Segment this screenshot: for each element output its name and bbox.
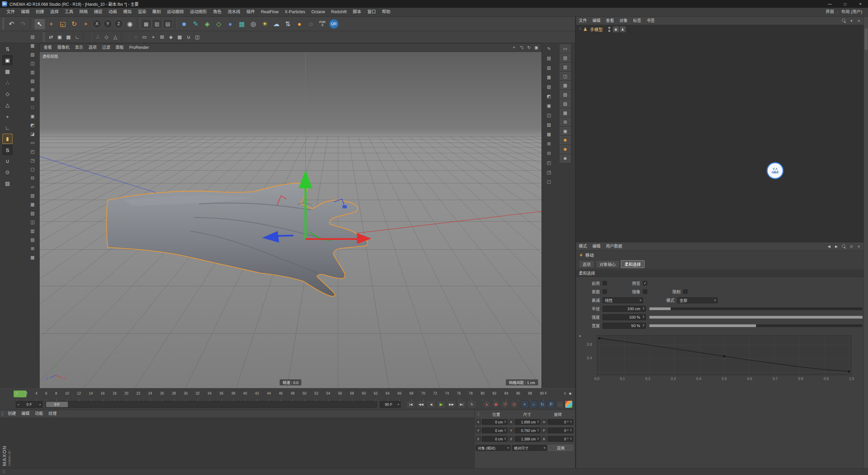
move-tool[interactable]: + — [45, 18, 57, 30]
menubar-item[interactable]: 运动跟踪 — [164, 8, 187, 16]
render-view-button[interactable]: ▦ — [141, 19, 151, 28]
viewport-menu-item[interactable]: 摄像机 — [55, 43, 72, 52]
modeling-palette-icon[interactable]: ⊞ — [28, 244, 37, 252]
menubar-item[interactable]: 脚本 — [350, 8, 364, 16]
dock-corner-icon[interactable]: ◰ — [545, 158, 553, 167]
menubar-item[interactable]: 捕捉 — [91, 8, 105, 16]
live-selection-tool[interactable]: ↖ — [34, 18, 45, 30]
modeling-palette-icon[interactable]: ▥ — [28, 68, 37, 76]
section-header[interactable]: 柔和选择 — [576, 270, 868, 277]
panel-preset-icon[interactable]: ▨ — [560, 99, 571, 108]
maximize-button[interactable]: □ — [837, 0, 853, 8]
panel-preset-icon[interactable]: ▣ — [560, 127, 571, 135]
dock-mesh-icon[interactable]: ▨ — [545, 120, 553, 129]
layout-menu[interactable]: 布局 (用户) — [838, 8, 865, 16]
mirror-button[interactable]: ◫ — [193, 33, 202, 41]
snap-toggle-icon[interactable]: S — [2, 145, 13, 155]
modeling-palette-icon[interactable]: ◪ — [28, 130, 37, 138]
panel-drag-handle[interactable] — [477, 412, 479, 416]
object-name[interactable]: 手模型 — [589, 26, 604, 33]
viewport-menu-item[interactable]: 选项 — [86, 43, 99, 52]
menubar-item[interactable]: 网格 — [76, 8, 91, 16]
viewport-menu-item[interactable]: ProRender — [126, 43, 152, 52]
recent-tool[interactable]: + — [80, 18, 92, 30]
keyframe-selection-button[interactable]: ◎ — [510, 400, 518, 408]
realflow-sphere-menu[interactable]: ● — [294, 18, 305, 30]
menubar-item[interactable]: 流水线 — [224, 8, 243, 16]
deformer-menu[interactable]: ● — [224, 18, 236, 30]
menubar-item[interactable]: 创建 — [33, 8, 47, 16]
object-manager-menu-item[interactable]: 编辑 — [590, 17, 603, 25]
lock-z-button[interactable]: Z — [114, 19, 123, 28]
modeling-palette-icon[interactable]: ▢ — [28, 165, 37, 173]
model-mode-icon[interactable]: ▣ — [2, 55, 13, 65]
rectangle-selection-button[interactable]: ▭ — [140, 33, 149, 41]
enable-axis-button[interactable]: + — [149, 33, 158, 41]
size-mode-select[interactable]: 绝对尺寸 — [512, 445, 547, 451]
minimize-button[interactable]: — — [822, 0, 837, 8]
primitive-cube-menu[interactable]: ■ — [178, 18, 190, 30]
object-row[interactable]: └ ♟ 手模型 ◉♟ — [576, 25, 868, 33]
y-axis-arrowhead[interactable] — [299, 170, 312, 188]
object-manager-menu-item[interactable]: 书签 — [644, 17, 657, 25]
dock-hat-icon[interactable]: ◩ — [545, 92, 553, 100]
object-manager-menu-item[interactable]: 标签 — [630, 17, 644, 25]
points-mode-button[interactable]: ∴ — [93, 33, 102, 41]
modeling-palette-icon[interactable]: ◰ — [28, 147, 37, 155]
panel-preset-icon[interactable]: ▦ — [560, 81, 571, 89]
end-frame-field[interactable]: 90 F — [380, 401, 401, 408]
menubar-item[interactable]: 编辑 — [18, 8, 33, 16]
attribute-manager-menu-item[interactable]: 模式 — [576, 242, 590, 251]
modeling-palette-icon[interactable]: ◫ — [28, 218, 37, 226]
parameter-slider[interactable] — [649, 307, 863, 310]
parameter-checkbox[interactable] — [643, 281, 647, 285]
timeline-ruler[interactable]: 0246810121416182022242628303234363840424… — [16, 391, 547, 399]
make-editable-icon[interactable]: ⇅ — [2, 44, 13, 54]
tab-options[interactable]: 选项 — [579, 260, 594, 268]
play-button[interactable]: ▶ — [437, 400, 446, 408]
light-menu[interactable]: ☀ — [259, 18, 271, 30]
sky-menu[interactable]: ☁ — [271, 18, 282, 30]
visibility-dots[interactable] — [608, 27, 610, 32]
position-value-field[interactable]: 0 cm — [482, 436, 508, 442]
dock-frame-icon[interactable]: ◫ — [545, 111, 553, 119]
texture-paint-icon[interactable]: ▨ — [2, 178, 13, 189]
modeling-palette-icon[interactable]: ⊞ — [28, 86, 37, 94]
modeling-palette-icon[interactable]: ▥ — [28, 227, 37, 235]
menubar-item[interactable]: 工具 — [62, 8, 76, 16]
normal-move-button[interactable]: ⊞ — [158, 33, 166, 41]
menubar-item[interactable]: Octane — [308, 8, 328, 16]
parameter-value-field[interactable]: 50 % — [603, 323, 646, 329]
subdivision-surface-menu[interactable]: ◈ — [201, 18, 213, 30]
modeling-palette-icon[interactable]: ▤ — [28, 191, 37, 200]
live-selection-mode-button[interactable]: ◌ — [131, 33, 140, 41]
panel-preset-icon[interactable]: ⊞ — [560, 118, 571, 126]
size-value-field[interactable]: 1.999 cm — [515, 419, 540, 425]
parameter-dropdown[interactable]: 全部 — [677, 297, 718, 303]
object-manager-menu-item[interactable]: 查看 — [603, 17, 617, 25]
model-mode-button[interactable]: ▣ — [55, 33, 64, 41]
viewport-zoom-icon[interactable]: ◹ — [518, 44, 525, 51]
menubar-item[interactable]: RealFlow — [258, 8, 282, 16]
rotation-value-field[interactable]: 0 ° — [548, 419, 573, 425]
phong-tag-icon[interactable]: ◉ — [613, 26, 619, 32]
point-mode-icon[interactable]: ∴ — [2, 78, 13, 88]
edge-mode-icon[interactable]: ◇ — [2, 89, 13, 99]
rotation-value-field[interactable]: 0 ° — [548, 436, 573, 442]
timeline-menu-icon[interactable]: ≡ — [564, 391, 566, 396]
xparticles-menu[interactable]: ◌ — [305, 18, 317, 30]
attribute-manager-menu-item[interactable]: 编辑 — [590, 242, 603, 251]
menubar-item[interactable]: 角色 — [210, 8, 224, 16]
panel-preset-icon[interactable]: ▩ — [560, 109, 571, 117]
modeling-palette-icon[interactable]: ▧ — [28, 209, 37, 217]
active-tool-icon[interactable]: ▮ — [2, 134, 13, 144]
viewport-rotate-icon[interactable]: ↻ — [526, 44, 532, 51]
toolbar-drag-handle[interactable] — [2, 18, 4, 30]
am-search-icon[interactable] — [842, 244, 846, 249]
figure-tag-icon[interactable]: ♟ — [620, 26, 626, 32]
timeline-slider-thumb[interactable]: 0 F — [46, 402, 68, 407]
transform-mode-select[interactable]: 对象 (相对) — [476, 445, 511, 451]
quantize-button[interactable]: ▦ — [175, 33, 184, 41]
workplane-icon[interactable]: ∟ — [2, 122, 13, 133]
panel-preset-icon[interactable]: ▤ — [560, 54, 571, 62]
